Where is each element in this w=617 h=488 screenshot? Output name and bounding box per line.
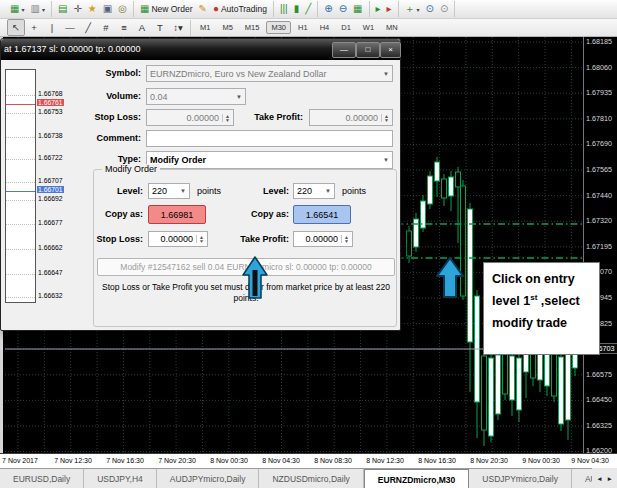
chevron-down-icon: ▼ [180, 188, 186, 194]
timeframe-MN[interactable]: MN [381, 21, 403, 34]
stop-loss-label: Stop Loss: [59, 112, 141, 122]
tab-scroll-right[interactable]: ► [607, 475, 613, 482]
tick-gridline [6, 159, 35, 160]
navigator-icon[interactable]: ★ [85, 1, 100, 18]
price-tick-label: 1.67935 [586, 88, 617, 97]
type-select[interactable]: Modify Order▼ [146, 151, 393, 169]
channel-tool[interactable]: ≡ [115, 19, 133, 36]
metaeditor-icon[interactable]: ✎ [195, 1, 209, 18]
search-expanded-icon: ⊙ [440, 2, 448, 16]
zoom-in-icon: ⊕ [324, 2, 332, 16]
trendline-tool[interactable]: ╱ [79, 19, 97, 36]
tick-price-label: 1.66632 [37, 292, 64, 299]
type-label: Type: [59, 154, 141, 164]
price-tick-label: 1.66575 [586, 370, 617, 379]
tick-chart [5, 69, 36, 303]
bar-chart-icon[interactable]: ||| [277, 1, 291, 18]
search-expanded-icon[interactable]: ⊙ [437, 1, 451, 18]
price-tick-label: 1.67195 [586, 242, 617, 251]
minimize-button[interactable]: — [332, 42, 356, 58]
price-tick-label: 1.68060 [586, 63, 617, 72]
timeframe-M15[interactable]: M15 [240, 21, 265, 34]
chevron-down-icon: ▼ [383, 71, 389, 77]
crosshair-tool[interactable]: + [25, 19, 43, 36]
time-tick-label: 7 Nov 12:30 [46, 457, 100, 464]
auto-scroll-icon[interactable]: ▸ [384, 1, 395, 18]
timeframe-M30[interactable]: M30 [266, 21, 291, 34]
modify-take-profit-input[interactable]: 0.00000 ▲▼ [293, 231, 353, 247]
line-chart-icon[interactable]: ╱ [302, 1, 314, 18]
copy-buy-price-button[interactable]: 1.66541 [293, 205, 351, 224]
tab-eurusd-daily[interactable]: EURUSD,Daily [0, 469, 84, 488]
vertical-line-tool[interactable]: | [43, 19, 61, 36]
chart-shift-icon[interactable]: ▸ [373, 1, 384, 18]
tab-usdjpymicro-daily[interactable]: USDJPYmicro,Daily [469, 469, 572, 488]
profiles-icon[interactable]: ▥▾ [27, 1, 47, 18]
tab-nzdusdmicro-daily[interactable]: NZDUSDmicro,Daily [259, 469, 363, 488]
chevron-down-icon: ▾ [178, 22, 183, 33]
zoom-in-icon[interactable]: ⊕ [321, 1, 335, 18]
cursor-tool[interactable]: ↖ [7, 19, 25, 36]
tab-usdjpy-h4[interactable]: USDJPY,H4 [84, 469, 157, 488]
price-tick-label: 1.67690 [586, 139, 617, 148]
chevron-down-icon: ▾ [42, 6, 45, 13]
timeframe-W1[interactable]: W1 [358, 21, 379, 34]
navigator-icon: ★ [88, 2, 97, 16]
modify-stop-loss-input[interactable]: 0.00000 ▲▼ [148, 231, 208, 247]
tp-level-label: Level: [207, 186, 289, 196]
text-tool[interactable]: A [133, 19, 151, 36]
autotrading-button[interactable]: ●AutoTrading [210, 1, 270, 18]
horizontal-line-tool[interactable]: — [61, 19, 79, 36]
tick-price-label: 1.66692 [37, 195, 64, 202]
indicators-icon[interactable]: ＋▾ [402, 1, 423, 18]
spinner-buttons[interactable]: ▲▼ [341, 235, 349, 243]
terminal-icon: ▣ [103, 2, 112, 16]
modify-order-button[interactable]: Modify #12547162 sell 0.04 EURNZDmicro s… [97, 258, 395, 276]
tick-price-label: 1.66677 [37, 219, 64, 226]
new-chart-icon: ▦ [10, 2, 19, 16]
shapes-tool[interactable]: ↕▾ [169, 19, 187, 36]
toolbar-group-1: ▦▾▥▾ [4, 1, 52, 17]
timeframe-D1[interactable]: D1 [336, 21, 356, 34]
profiles-icon: ▥ [30, 2, 39, 16]
copy-sell-price-button[interactable]: 1.66981 [148, 205, 206, 224]
symbol-select: EURNZDmicro, Euro vs New Zealand Dollar▼ [146, 65, 393, 82]
timeframe-H1[interactable]: H1 [293, 21, 313, 34]
tp-level-select[interactable]: 220▼ [293, 183, 335, 199]
strategy-tester-icon: ◎ [118, 2, 127, 16]
sl-level-select[interactable]: 220▼ [148, 183, 190, 199]
zoom-out-icon[interactable]: ⊖ [336, 1, 350, 18]
time-tick-label: 9 Nov 04:30 [563, 457, 617, 464]
data-window-icon[interactable]: ✛ [70, 1, 84, 18]
label-tool[interactable]: T [151, 19, 169, 36]
tick-gridline [6, 224, 35, 225]
tick-gridline [6, 274, 35, 275]
auto-scroll-icon: ▸ [387, 2, 392, 16]
new-chart-icon[interactable]: ▦▾ [7, 1, 27, 18]
toolbar-group-3: ▦New Order✎●AutoTrading [134, 1, 274, 17]
strategy-tester-icon[interactable]: ◎ [115, 1, 130, 18]
close-button[interactable]: × [380, 42, 401, 58]
market-watch-icon[interactable]: ▤ [55, 1, 70, 18]
new-order-button[interactable]: ▦New Order [137, 1, 196, 18]
tick-gridline [6, 113, 35, 114]
time-axis[interactable]: 7 Nov 20177 Nov 12:307 Nov 16:307 Nov 20… [0, 453, 617, 469]
candlestick-chart-icon[interactable]: ▮ [291, 1, 303, 18]
fibonacci-tool[interactable]: # [97, 19, 115, 36]
maximize-button[interactable]: □ [356, 42, 380, 58]
tab-scroll-left[interactable]: ◄ [596, 475, 602, 482]
volume-label: Volume: [59, 91, 141, 101]
timeframe-H4[interactable]: H4 [315, 21, 335, 34]
timeframe-M1[interactable]: M1 [195, 21, 215, 34]
search-icon[interactable]: ⊙ [423, 1, 437, 18]
tile-windows-icon[interactable]: ▦ [350, 1, 365, 18]
time-tick-label: 8 Nov 12:30 [358, 457, 412, 464]
tab-eurnzdmicro-m30[interactable]: EURNZDmicro,M30 [364, 469, 469, 488]
tick-price-label: 1.66662 [37, 244, 64, 251]
comment-input[interactable] [146, 130, 393, 147]
terminal-icon[interactable]: ▣ [100, 1, 115, 18]
tab-audjpymicro-daily[interactable]: AUDJPYmicro,Daily [157, 469, 260, 488]
timeframe-M5[interactable]: M5 [217, 21, 237, 34]
tile-windows-icon: ▦ [353, 2, 362, 16]
time-tick-label: 8 Nov 00:30 [202, 457, 256, 464]
